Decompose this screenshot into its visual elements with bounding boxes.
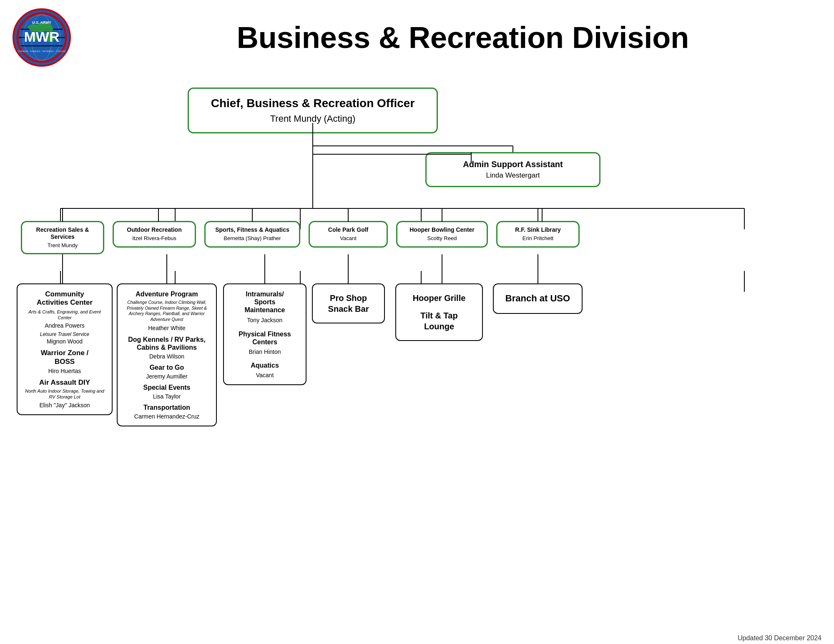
sub-rec-wz-title: Warrior Zone /BOSS (23, 349, 107, 366)
sub-uso-title: Branch at USO (500, 293, 575, 305)
sub-sports-aqua-name: Vacant (229, 372, 301, 378)
header: U.S. ARMY MWR SOLDIERS · FAMILIES · RETI… (13, 8, 821, 67)
dept-rec-title: Recreation Sales & Services (25, 226, 100, 241)
svg-text:U.S. ARMY: U.S. ARMY (32, 20, 51, 25)
sub-outdoor-gtg-name: Jeremy Aumiller (123, 373, 211, 380)
sub-sports-pfc-name: Brian Hinton (229, 348, 301, 355)
sub-sports-intra-name: Tony Jackson (229, 317, 301, 323)
sub-sports-pfc-title: Physical FitnessCenters (229, 330, 301, 346)
svg-text:MWR: MWR (24, 29, 60, 45)
sub-outdoor-adv-title: Adventure Program (123, 290, 211, 298)
dept-outdoor: Outdoor Recreation Itzel Rivera-Febus (113, 221, 196, 248)
sub-outdoor-dk-name: Debra Wilson (123, 353, 211, 360)
sub-outdoor-gtg-title: Gear to Go (123, 364, 211, 371)
sub-rec-cac-desc: Arts & Crafts, Engraving, and Event Cent… (23, 309, 107, 321)
dept-library: R.F. Sink Library Erin Pritchett (496, 221, 580, 248)
sub-sports-intra-title: Intramurals/SportsMaintenance (229, 290, 301, 314)
sub-sports-aqua-title: Aquatics (229, 362, 301, 369)
admin-name: Linda Westergart (434, 171, 592, 180)
chart-area: Chief, Business & Recreation Officer Tre… (13, 79, 830, 642)
chief-name: Trent Mundy (Acting) (199, 113, 427, 125)
logo: U.S. ARMY MWR SOLDIERS · FAMILIES · RETI… (13, 8, 71, 67)
sub-rec-sales: CommunityActivities Center Arts & Crafts… (17, 283, 113, 415)
sub-hooper: Hooper Grille Tilt & TapLounge (395, 283, 483, 341)
sub-proshop: Pro ShopSnack Bar (312, 283, 385, 323)
svg-text:SOLDIERS · FAMILIES · RETIREES: SOLDIERS · FAMILIES · RETIREES · CIVILIA… (17, 50, 67, 53)
dept-golf-title: Cole Park Golf (313, 226, 383, 233)
sub-rec-cac-name: Andrea Powers (23, 322, 107, 329)
dept-library-title: R.F. Sink Library (501, 226, 575, 233)
admin-box: Admin Support Assistant Linda Westergart (425, 152, 600, 187)
sub-outdoor-trans-title: Transportation (123, 404, 211, 411)
sub-rec-cac-title: CommunityActivities Center (23, 290, 107, 307)
sub-outdoor-se-name: Lisa Taylor (123, 393, 211, 400)
dept-library-name: Erin Pritchett (501, 235, 575, 242)
sub-outdoor-trans-name: Carmen Hernandez-Cruz (123, 413, 211, 420)
sub-hooper-grille: Hooper Grille (401, 293, 477, 303)
sub-rec-lts-label: Leisure Travel Service (23, 331, 107, 337)
sub-rec-aad-desc: North Auto Indoor Storage, Towing and RV… (23, 388, 107, 400)
dept-sports: Sports, Fitness & Aquatics Bernetta (Sha… (204, 221, 300, 248)
sub-outdoor-dk-title: Dog Kennels / RV Parks, Cabins & Pavilio… (123, 336, 211, 351)
dept-rec-name: Trent Mundy (25, 242, 100, 249)
sub-rec-lts-name: Mignon Wood (23, 338, 107, 345)
logo-svg: U.S. ARMY MWR SOLDIERS · FAMILIES · RETI… (15, 10, 69, 65)
sub-outdoor-adv-desc: Challenge Course, Indoor Climbing Wall, … (123, 300, 211, 323)
admin-title: Admin Support Assistant (434, 159, 592, 169)
dept-golf-name: Vacant (313, 235, 383, 242)
page: U.S. ARMY MWR SOLDIERS · FAMILIES · RETI… (0, 0, 834, 644)
updated-text: Updated 30 December 2024 (738, 634, 821, 642)
sub-outdoor-se-title: Special Events (123, 384, 211, 391)
dept-sports-title: Sports, Fitness & Aquatics (209, 226, 296, 233)
chief-box: Chief, Business & Recreation Officer Tre… (188, 88, 438, 133)
dept-golf: Cole Park Golf Vacant (309, 221, 388, 248)
logo-area: U.S. ARMY MWR SOLDIERS · FAMILIES · RETI… (13, 8, 79, 67)
dept-hooper: Hooper Bowling Center Scotty Reed (396, 221, 488, 248)
dept-sports-name: Bernetta (Shay) Prather (209, 235, 296, 242)
sub-rec-aad-title: Air Assault DIY (23, 378, 107, 387)
sub-rec-wz-name: Hiro Huertas (23, 368, 107, 374)
dept-outdoor-title: Outdoor Recreation (117, 226, 191, 233)
sub-uso: Branch at USO (493, 283, 583, 314)
sub-proshop-title: Pro ShopSnack Bar (318, 293, 379, 314)
page-title: Business & Recreation Division (79, 20, 821, 55)
sub-outdoor-adv-name: Heather White (123, 325, 211, 331)
chief-title: Chief, Business & Recreation Officer (199, 96, 427, 110)
dept-hooper-name: Scotty Reed (401, 235, 483, 242)
sub-rec-aad-name: Elish "Jay" Jackson (23, 402, 107, 408)
sub-sports: Intramurals/SportsMaintenance Tony Jacks… (223, 283, 306, 385)
sub-hooper-tilt: Tilt & TapLounge (401, 310, 477, 332)
dept-rec-sales: Recreation Sales & Services Trent Mundy (21, 221, 104, 254)
sub-outdoor: Adventure Program Challenge Course, Indo… (117, 283, 217, 426)
dept-hooper-title: Hooper Bowling Center (401, 226, 483, 233)
dept-outdoor-name: Itzel Rivera-Febus (117, 235, 191, 242)
